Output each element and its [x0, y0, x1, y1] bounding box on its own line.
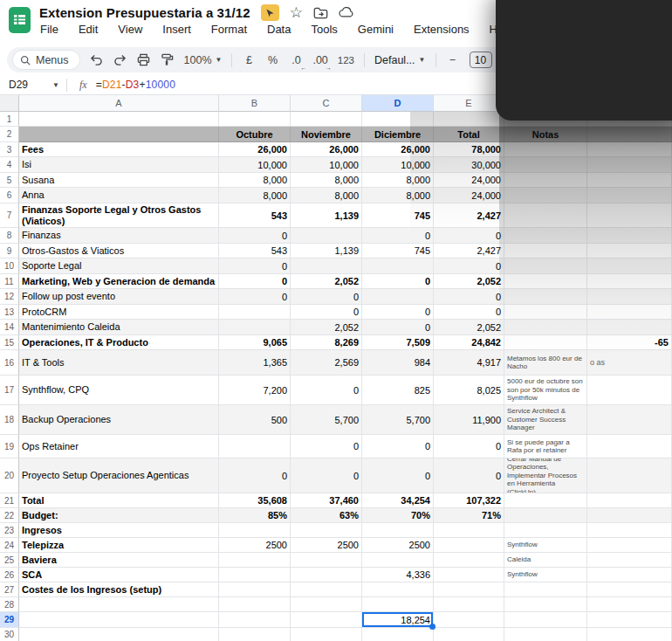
- cell-C17[interactable]: 0: [291, 376, 362, 405]
- cell-B15[interactable]: 9,065: [219, 335, 291, 350]
- cell-F20[interactable]: Cerrar Manual de Operaciones, Implementa…: [504, 458, 587, 493]
- menu-insert[interactable]: Insert: [161, 22, 193, 37]
- cell-E21[interactable]: 107,322: [434, 493, 504, 508]
- cell-E12[interactable]: 0: [434, 289, 504, 305]
- cell-B1[interactable]: [219, 112, 291, 127]
- row-header-10[interactable]: 10: [0, 258, 19, 274]
- cell-C4[interactable]: 10,000: [291, 157, 362, 173]
- cell-F6[interactable]: [504, 188, 587, 203]
- cell-B22[interactable]: 85%: [219, 508, 291, 523]
- cell-G8[interactable]: [587, 228, 672, 244]
- cell-D20[interactable]: 0: [362, 458, 434, 493]
- cell-A5[interactable]: Susana: [19, 173, 219, 188]
- row-header-14[interactable]: 14: [0, 320, 19, 335]
- cell-G26[interactable]: [587, 568, 672, 582]
- fill-handle[interactable]: [429, 624, 435, 630]
- row-header-28[interactable]: 28: [0, 597, 19, 612]
- cell-F17[interactable]: 5000 eur de octubre son son por 50k minu…: [504, 376, 587, 405]
- menu-file[interactable]: File: [38, 22, 60, 37]
- cell-E9[interactable]: 2,427: [434, 244, 504, 258]
- cell-E5[interactable]: 24,000: [434, 173, 504, 188]
- cell-F21[interactable]: [504, 493, 587, 508]
- row-header-20[interactable]: 20: [0, 458, 19, 493]
- cell-C13[interactable]: 0: [291, 305, 362, 320]
- cell-C30[interactable]: [291, 628, 362, 641]
- row-header-6[interactable]: 6: [0, 188, 19, 203]
- cell-G28[interactable]: [587, 597, 672, 612]
- row-header-2[interactable]: 2: [0, 127, 19, 142]
- cell-D25[interactable]: [362, 553, 434, 568]
- cell-E7[interactable]: 2,427: [434, 203, 504, 228]
- menu-data[interactable]: Data: [265, 22, 292, 37]
- cell-D29[interactable]: 18,254: [362, 612, 434, 628]
- row-header-29[interactable]: 29: [0, 612, 19, 628]
- cell-D5[interactable]: 8,000: [362, 173, 434, 188]
- cell-E16[interactable]: 4,917: [434, 350, 504, 376]
- cell-G10[interactable]: [587, 258, 672, 274]
- cell-G3[interactable]: [587, 142, 672, 157]
- cell-C25[interactable]: [291, 553, 362, 568]
- cell-F22[interactable]: [504, 508, 587, 523]
- cell-B18[interactable]: 500: [219, 405, 291, 435]
- cell-A13[interactable]: ProtoCRM: [19, 305, 219, 320]
- cell-B25[interactable]: [219, 553, 291, 568]
- row-header-7[interactable]: 7: [0, 203, 19, 228]
- row-header-21[interactable]: 21: [0, 493, 19, 508]
- cell-E25[interactable]: [434, 553, 504, 568]
- cell-B26[interactable]: [219, 568, 291, 582]
- decrease-decimal-button[interactable]: .0←: [289, 51, 303, 70]
- cell-D9[interactable]: 745: [362, 244, 434, 258]
- cell-C2[interactable]: Noviembre: [291, 127, 362, 142]
- cell-G24[interactable]: [587, 538, 672, 553]
- cell-A27[interactable]: Costes de los Ingresos (setup): [19, 582, 219, 597]
- cell-A9[interactable]: Otros-Gastos & Viaticos: [19, 244, 219, 258]
- column-header-C[interactable]: C: [291, 95, 362, 112]
- cell-C18[interactable]: 5,700: [291, 405, 362, 435]
- menu-tools[interactable]: Tools: [309, 22, 339, 37]
- cell-F10[interactable]: [504, 258, 587, 274]
- cell-A1[interactable]: [19, 112, 219, 127]
- cell-B17[interactable]: 7,200: [219, 376, 291, 405]
- cloud-status-icon[interactable]: [339, 7, 354, 18]
- cell-E23[interactable]: [434, 523, 504, 538]
- cell-G5[interactable]: [587, 173, 672, 188]
- column-header-A[interactable]: A: [19, 95, 219, 112]
- cell-A28[interactable]: [19, 597, 219, 612]
- cell-C14[interactable]: 2,052: [291, 320, 362, 335]
- print-icon[interactable]: [137, 51, 151, 70]
- name-box[interactable]: D29 ▼: [0, 79, 66, 91]
- highlighted-pointer-icon[interactable]: [261, 4, 279, 21]
- cell-D28[interactable]: [362, 597, 434, 612]
- cell-B23[interactable]: [219, 523, 291, 538]
- cell-E29[interactable]: [434, 612, 504, 628]
- cell-A3[interactable]: Fees: [19, 142, 219, 157]
- cell-C24[interactable]: 2500: [291, 538, 362, 553]
- cell-B11[interactable]: 0: [219, 274, 291, 289]
- cell-B27[interactable]: [219, 582, 291, 597]
- star-icon[interactable]: ☆: [290, 5, 303, 20]
- cell-D21[interactable]: 34,254: [362, 493, 434, 508]
- cell-E13[interactable]: 0: [434, 305, 504, 320]
- cell-C6[interactable]: 8,000: [291, 188, 362, 203]
- formula-input[interactable]: =D21-D3+10000: [96, 79, 175, 91]
- cell-G17[interactable]: [587, 376, 672, 405]
- cell-B8[interactable]: 0: [219, 228, 291, 244]
- cell-G29[interactable]: [587, 612, 672, 628]
- cell-D3[interactable]: 26,000: [362, 142, 434, 157]
- cell-C23[interactable]: [291, 523, 362, 538]
- cell-E26[interactable]: [434, 568, 504, 582]
- cell-E11[interactable]: 2,052: [434, 274, 504, 289]
- cell-D26[interactable]: 4,336: [362, 568, 434, 582]
- column-header-E[interactable]: E: [434, 95, 504, 112]
- row-header-17[interactable]: 17: [0, 376, 19, 405]
- cell-D14[interactable]: 0: [362, 320, 434, 335]
- row-header-18[interactable]: 18: [0, 405, 19, 435]
- paint-format-icon[interactable]: [161, 51, 175, 70]
- cell-E10[interactable]: 0: [434, 258, 504, 274]
- cell-D15[interactable]: 7,509: [362, 335, 434, 350]
- cell-B29[interactable]: [219, 612, 291, 628]
- cell-A15[interactable]: Operaciones, IT & Producto: [19, 335, 219, 350]
- cell-E27[interactable]: [434, 582, 504, 597]
- undo-button[interactable]: [90, 51, 104, 70]
- cell-E4[interactable]: 30,000: [434, 157, 504, 173]
